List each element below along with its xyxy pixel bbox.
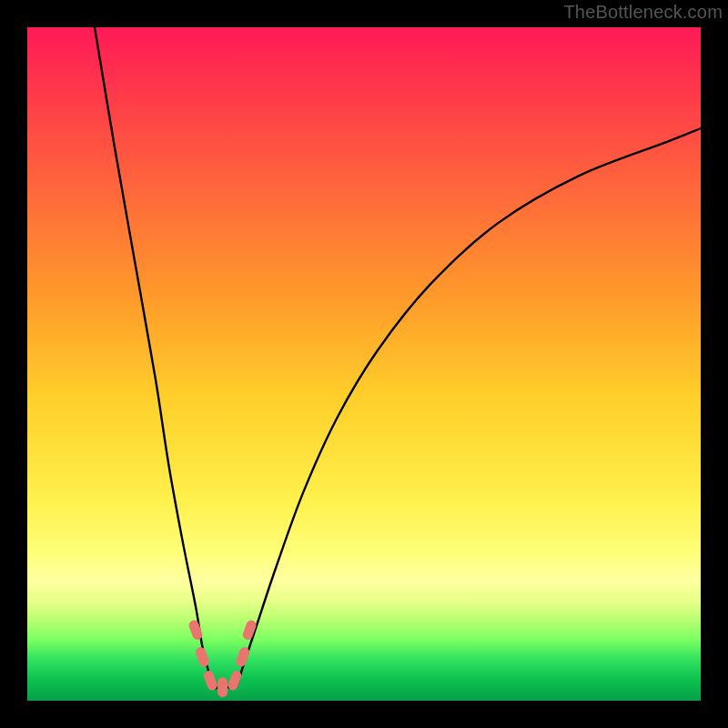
- curve-path: [95, 27, 701, 689]
- curve-marker: [217, 677, 228, 697]
- curve-marker: [194, 646, 210, 668]
- curve-markers: [187, 619, 258, 697]
- chart-plot-area: [27, 27, 701, 701]
- watermark-text: TheBottleneck.com: [563, 2, 723, 23]
- bottleneck-curve: [27, 27, 701, 701]
